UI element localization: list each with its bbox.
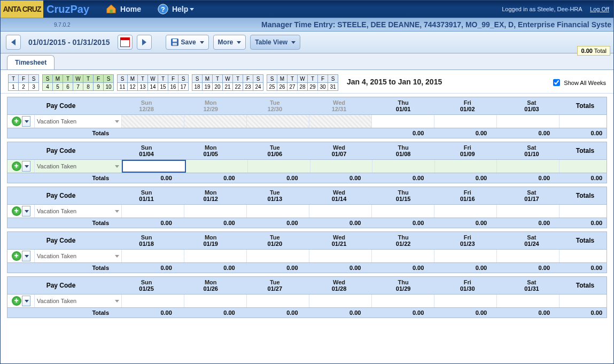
- day-number[interactable]: 13: [138, 83, 148, 91]
- paycode-select[interactable]: Vacation Taken: [35, 160, 122, 173]
- more-button[interactable]: More: [213, 35, 246, 50]
- day-header: Wed01/28: [307, 277, 371, 294]
- row-menu-button[interactable]: [22, 116, 30, 127]
- day-number[interactable]: 6: [63, 83, 73, 91]
- next-period-button[interactable]: [137, 35, 152, 50]
- day-header: Sat01/31: [500, 277, 564, 294]
- day-number[interactable]: 27: [287, 83, 298, 91]
- hours-cell[interactable]: [247, 295, 309, 307]
- day-number[interactable]: 14: [148, 83, 158, 91]
- day-number[interactable]: 8: [83, 83, 94, 91]
- hours-cell[interactable]: [434, 205, 497, 218]
- day-number[interactable]: 12: [128, 83, 138, 91]
- day-header: Mon01/05: [178, 142, 243, 159]
- day-number[interactable]: 3: [29, 83, 39, 91]
- hours-cell[interactable]: [497, 250, 559, 262]
- day-number[interactable]: 21: [223, 83, 233, 91]
- table-view-button[interactable]: Table View: [250, 35, 300, 50]
- hours-cell[interactable]: [497, 160, 559, 173]
- day-number[interactable]: 15: [158, 83, 168, 91]
- add-row-button[interactable]: +: [12, 117, 21, 126]
- day-number[interactable]: 17: [178, 83, 189, 91]
- tab-timesheet[interactable]: Timesheet: [7, 55, 55, 69]
- hours-cell[interactable]: [497, 295, 559, 307]
- day-number[interactable]: 7: [73, 83, 83, 91]
- day-number[interactable]: 9: [94, 83, 104, 91]
- arrow-left-icon: [11, 39, 15, 45]
- row-menu-button[interactable]: [22, 161, 30, 172]
- week-group[interactable]: TFS123: [8, 74, 39, 91]
- day-number[interactable]: 5: [53, 83, 63, 91]
- hours-cell[interactable]: [309, 205, 372, 218]
- hours-cell[interactable]: [122, 250, 184, 262]
- show-all-weeks-checkbox[interactable]: [553, 79, 560, 86]
- paycode-select[interactable]: Vacation Taken: [35, 250, 122, 262]
- hours-cell[interactable]: [435, 160, 498, 173]
- save-button[interactable]: Save: [166, 35, 209, 50]
- add-row-button[interactable]: +: [12, 206, 21, 216]
- add-row-button[interactable]: +: [12, 251, 21, 261]
- hours-cell[interactable]: [184, 205, 247, 218]
- hours-cell[interactable]: [372, 295, 434, 307]
- day-number[interactable]: 11: [118, 83, 128, 91]
- hours-cell[interactable]: [497, 115, 559, 128]
- week-group[interactable]: SMTWTFS45678910: [42, 74, 114, 91]
- day-number[interactable]: 24: [253, 83, 263, 91]
- hours-cell[interactable]: [247, 205, 309, 218]
- hours-cell[interactable]: [310, 160, 373, 173]
- paycode-select[interactable]: Vacation Taken: [35, 295, 122, 307]
- weekday-header: M: [53, 75, 63, 83]
- add-row-button[interactable]: +: [12, 161, 21, 171]
- hours-cell[interactable]: [186, 160, 248, 173]
- hours-cell[interactable]: [184, 295, 247, 307]
- day-number[interactable]: 26: [277, 83, 287, 91]
- day-number[interactable]: 16: [168, 83, 178, 91]
- hours-cell[interactable]: [247, 250, 309, 262]
- hours-cell[interactable]: [122, 205, 184, 218]
- row-menu-button[interactable]: [22, 206, 30, 216]
- row-menu-button[interactable]: [22, 296, 30, 306]
- paycode-select[interactable]: Vacation Taken: [35, 115, 122, 128]
- hours-cell[interactable]: [184, 250, 247, 262]
- day-number[interactable]: 30: [318, 83, 328, 91]
- week-group[interactable]: SMTWTFS18192021222324: [192, 74, 263, 91]
- day-number[interactable]: 31: [328, 83, 338, 91]
- day-number[interactable]: 25: [267, 83, 277, 91]
- day-number[interactable]: 22: [233, 83, 243, 91]
- day-number[interactable]: 4: [43, 83, 53, 91]
- nav-help[interactable]: ? Help: [157, 3, 194, 15]
- paycode-select[interactable]: Vacation Taken: [35, 205, 122, 218]
- hours-cell[interactable]: [372, 250, 434, 262]
- day-number[interactable]: 29: [308, 83, 318, 91]
- log-off-link[interactable]: Log Off: [590, 6, 609, 12]
- prev-period-button[interactable]: [6, 35, 21, 50]
- week-group[interactable]: SMTWTFS25262728293031: [267, 74, 338, 91]
- hours-cell[interactable]: [309, 250, 372, 262]
- hours-cell[interactable]: [372, 115, 434, 128]
- day-number[interactable]: 2: [19, 83, 29, 91]
- add-row-button[interactable]: +: [12, 296, 21, 306]
- show-all-weeks-toggle[interactable]: Show All Weeks: [551, 74, 606, 88]
- hours-cell[interactable]: [372, 205, 434, 218]
- day-number[interactable]: 23: [243, 83, 253, 91]
- day-number[interactable]: 19: [203, 83, 213, 91]
- weekday-header: T: [287, 75, 298, 83]
- hours-cell[interactable]: [434, 115, 497, 128]
- week-group[interactable]: SMTWTFS11121314151617: [117, 74, 189, 91]
- hours-cell[interactable]: [434, 250, 497, 262]
- day-number[interactable]: 18: [192, 83, 203, 91]
- hours-cell[interactable]: [309, 295, 372, 307]
- calendar-button[interactable]: [118, 35, 133, 50]
- hours-cell[interactable]: [434, 295, 497, 307]
- hours-cell[interactable]: [372, 160, 435, 173]
- day-number[interactable]: 10: [104, 83, 114, 91]
- row-menu-button[interactable]: [22, 251, 30, 261]
- hours-cell[interactable]: [122, 295, 184, 307]
- day-number[interactable]: 20: [213, 83, 223, 91]
- hours-cell[interactable]: [122, 160, 186, 173]
- day-number[interactable]: 1: [9, 83, 19, 91]
- hours-cell[interactable]: [248, 160, 310, 173]
- hours-cell[interactable]: [497, 205, 559, 218]
- day-number[interactable]: 28: [298, 83, 308, 91]
- nav-home[interactable]: Home: [105, 3, 141, 15]
